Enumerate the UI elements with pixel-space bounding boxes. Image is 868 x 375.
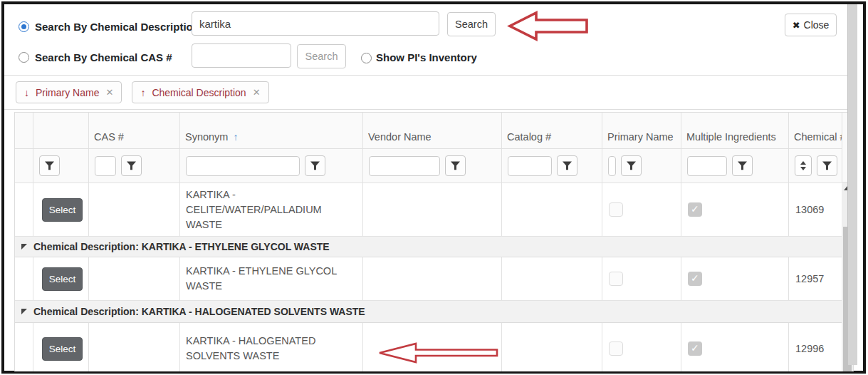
remove-sort-icon[interactable]: ✕ <box>105 87 113 98</box>
description-search-input[interactable] <box>192 11 439 36</box>
select-cell: Select <box>33 323 89 371</box>
synonym-cell: KARTIKA - HALOGENATED SOLVENTS WASTE <box>180 323 363 371</box>
catalog-header-label: Catalog # <box>507 131 551 143</box>
chemical-number-stepper[interactable] <box>795 155 812 176</box>
primary-name-column-header[interactable]: Primary Name <box>602 113 681 148</box>
select-button[interactable]: Select <box>42 198 83 222</box>
primary-name-checkbox <box>609 272 623 286</box>
multiple-ingredients-cell <box>681 183 789 236</box>
cas-filter-input[interactable] <box>95 156 116 176</box>
group-header-row: Chemical Description: KARTIKA - HALOGENA… <box>15 301 842 323</box>
cas-search-button[interactable]: Search <box>297 44 346 68</box>
search-by-description-radio[interactable] <box>19 21 29 32</box>
table-row: Select KARTIKA - ETHYLENE GLYCOL WASTE 1… <box>15 257 842 301</box>
chemical-number-header-label: Chemical # <box>794 131 842 143</box>
filter-button[interactable] <box>557 155 577 176</box>
filter-button[interactable] <box>305 155 325 176</box>
select-filter-cell <box>33 149 89 183</box>
primary-name-filter-input[interactable] <box>608 156 616 176</box>
chemical-search-dialog: Search By Chemical Description Search Se… <box>0 0 868 375</box>
chemical-number-filter-cell <box>789 149 842 183</box>
close-button[interactable]: ✖ Close <box>785 14 837 36</box>
synonym-header-label: Synonym <box>185 131 228 143</box>
multiple-ingredients-column-header[interactable]: Multiple Ingredients <box>681 113 789 148</box>
funnel-icon <box>822 161 832 170</box>
sort-chips-bar: ↓ Primary Name ✕ ↑ Chemical Description … <box>4 76 848 110</box>
search-panel: Search By Chemical Description Search Se… <box>4 4 848 76</box>
show-pi-inventory-label: Show PI's Inventory <box>376 51 477 63</box>
remove-sort-icon[interactable]: ✕ <box>253 87 261 98</box>
close-icon: ✖ <box>793 20 800 31</box>
cas-column-header[interactable]: CAS # <box>89 113 180 148</box>
group-header-row: Chemical Description: KARTIKA - ETHYLENE… <box>15 237 842 257</box>
table-row: Select KARTIKA - CELITE/WATER/PALLADIUM … <box>15 183 842 237</box>
filter-button[interactable] <box>621 155 642 176</box>
synonym-filter-input[interactable] <box>186 156 300 176</box>
chemical-number: 13069 <box>789 204 824 215</box>
multiple-ingredients-filter-input[interactable] <box>687 156 727 176</box>
browser-scrollbar[interactable] <box>847 4 857 365</box>
group-header-label: Chemical Description: KARTIKA - ETHYLENE… <box>33 241 330 252</box>
collapse-group-icon[interactable] <box>21 309 27 314</box>
multiple-ingredients-checkbox <box>688 341 702 356</box>
funnel-icon <box>310 161 320 170</box>
search-by-cas-radio[interactable] <box>19 52 29 63</box>
multiple-ingredients-filter-cell <box>681 149 789 183</box>
select-button[interactable]: Select <box>42 337 83 361</box>
chemical-number-cell: 12996 <box>789 323 842 371</box>
chemical-number-column-header[interactable]: Chemical # <box>789 113 842 148</box>
synonym-text: KARTIKA - ETHYLENE GLYCOL WASTE <box>186 264 341 294</box>
vendor-header-label: Vendor Name <box>368 131 432 143</box>
grid-header-row: CAS # Synonym ↑ Vendor Name Catalog # Pr… <box>15 113 842 149</box>
primary-name-filter-cell <box>602 149 681 183</box>
cas-cell <box>89 257 180 300</box>
cas-cell <box>89 183 180 236</box>
synonym-cell: KARTIKA - ETHYLENE GLYCOL WASTE <box>180 257 363 300</box>
red-arrow-annotation-top <box>507 10 590 42</box>
description-search-button[interactable]: Search <box>447 12 496 36</box>
group-indent-cell <box>15 323 33 371</box>
stepper-up-icon[interactable] <box>800 161 806 165</box>
synonym-text: KARTIKA - HALOGENATED SOLVENTS WASTE <box>186 334 341 364</box>
cas-search-input[interactable] <box>192 43 291 68</box>
vendor-column-header[interactable]: Vendor Name <box>363 113 502 148</box>
catalog-filter-input[interactable] <box>508 156 552 176</box>
funnel-icon <box>45 161 54 170</box>
cas-filter-cell <box>89 149 180 183</box>
filter-button[interactable] <box>39 155 60 176</box>
filter-button[interactable] <box>732 155 753 176</box>
group-filter-cell <box>15 149 33 183</box>
funnel-icon <box>563 161 572 170</box>
sort-ascending-icon: ↑ <box>233 131 238 143</box>
funnel-icon <box>738 161 747 170</box>
vendor-filter-input[interactable] <box>369 156 440 176</box>
sort-chip-chemical-description[interactable]: ↑ Chemical Description ✕ <box>132 81 268 103</box>
catalog-cell <box>502 257 602 300</box>
group-indent-cell <box>15 183 33 236</box>
filter-button[interactable] <box>445 155 466 176</box>
sort-chip-label: Primary Name <box>36 87 99 98</box>
group-indent-cell <box>15 257 33 300</box>
stepper-down-icon[interactable] <box>800 167 806 170</box>
synonym-filter-cell <box>180 149 363 183</box>
show-pi-inventory-radio[interactable] <box>361 53 372 63</box>
sort-chip-primary-name[interactable]: ↓ Primary Name ✕ <box>16 81 122 103</box>
select-button[interactable]: Select <box>42 267 83 291</box>
synonym-column-header[interactable]: Synonym ↑ <box>180 113 363 148</box>
catalog-column-header[interactable]: Catalog # <box>502 113 602 148</box>
cas-cell <box>89 323 180 371</box>
grid-filter-row <box>15 149 842 183</box>
multiple-ingredients-header-label: Multiple Ingredients <box>686 131 776 143</box>
search-by-description-label: Search By Chemical Description <box>35 21 199 33</box>
multiple-ingredients-cell <box>681 257 789 300</box>
multiple-ingredients-checkbox <box>688 272 702 286</box>
collapse-group-icon[interactable] <box>21 244 27 250</box>
catalog-filter-cell <box>502 149 602 183</box>
filter-button[interactable] <box>121 155 142 176</box>
sort-descending-icon: ↓ <box>24 87 29 98</box>
filter-button[interactable] <box>817 155 837 176</box>
annotation-frame: Search By Chemical Description Search Se… <box>1 1 866 374</box>
select-cell: Select <box>33 257 89 300</box>
search-by-cas-label: Search By Chemical CAS # <box>35 51 172 63</box>
select-cell: Select <box>33 183 89 236</box>
